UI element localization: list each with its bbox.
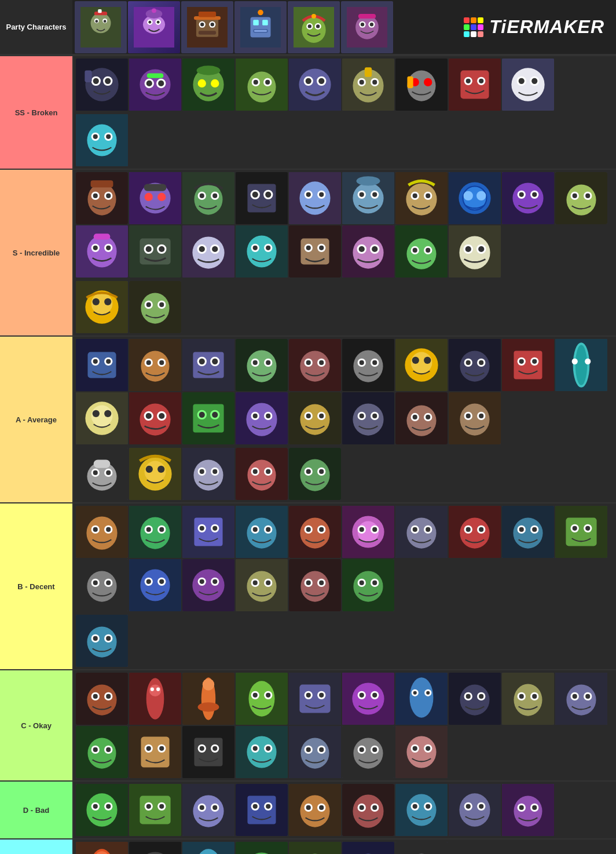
svg-point-613 xyxy=(514,795,542,826)
svg-rect-643 xyxy=(289,842,341,854)
tiermaker-text: TiERMAKER xyxy=(489,16,604,38)
svg-point-351 xyxy=(247,459,276,490)
svg-point-330 xyxy=(466,414,471,418)
svg-point-464 xyxy=(106,636,111,641)
svg-rect-7 xyxy=(98,9,101,12)
svg-point-135 xyxy=(306,192,311,197)
character-svg xyxy=(134,7,174,48)
svg-point-496 xyxy=(360,693,364,698)
tier-row-f: F - Almost Unplayable xyxy=(0,838,616,854)
svg-point-568 xyxy=(93,804,98,809)
svg-point-20 xyxy=(200,23,204,26)
svg-point-607 xyxy=(459,793,490,826)
svg-point-532 xyxy=(146,746,151,751)
char-cell xyxy=(502,673,554,725)
char-cell xyxy=(395,225,448,278)
svg-point-348 xyxy=(200,469,204,474)
tier-label-c: C - Okay xyxy=(0,670,72,780)
svg-point-76 xyxy=(318,78,324,84)
char-cell xyxy=(395,842,448,854)
svg-point-231 xyxy=(93,359,98,364)
svg-rect-27 xyxy=(253,20,259,25)
character-svg xyxy=(80,7,121,48)
tm-dot xyxy=(478,31,483,37)
svg-point-191 xyxy=(266,246,270,250)
char-cell xyxy=(129,392,181,444)
svg-point-13 xyxy=(157,20,160,23)
svg-point-21 xyxy=(211,23,214,26)
char-cell xyxy=(182,339,234,391)
char-cell xyxy=(555,506,607,558)
svg-point-171 xyxy=(93,246,98,250)
svg-point-416 xyxy=(532,527,537,532)
svg-point-598 xyxy=(360,805,364,810)
svg-point-580 xyxy=(200,805,204,810)
char-cell xyxy=(555,339,607,391)
svg-point-181 xyxy=(192,236,224,268)
svg-point-415 xyxy=(519,527,524,532)
svg-point-184 xyxy=(199,246,205,252)
svg-point-99 xyxy=(519,78,525,84)
char-cell xyxy=(129,784,181,836)
svg-point-466 xyxy=(87,684,116,715)
character-svg xyxy=(240,7,281,48)
char-cell xyxy=(75,1,127,53)
svg-point-384 xyxy=(253,527,258,532)
svg-point-520 xyxy=(573,694,577,699)
svg-rect-338 xyxy=(94,459,111,468)
svg-point-15 xyxy=(152,8,156,13)
svg-point-64 xyxy=(197,65,221,75)
char-cell xyxy=(449,339,501,391)
svg-point-81 xyxy=(360,80,364,85)
svg-point-355 xyxy=(266,469,270,474)
svg-point-238 xyxy=(159,360,164,365)
svg-point-313 xyxy=(319,414,324,418)
tm-dot xyxy=(471,24,476,30)
char-cell xyxy=(129,673,181,725)
char-cell xyxy=(395,726,448,778)
svg-point-179 xyxy=(159,246,164,252)
char-cell xyxy=(236,172,288,224)
svg-point-474 xyxy=(151,688,154,691)
char-cell xyxy=(76,392,128,444)
char-cell xyxy=(449,172,501,224)
svg-point-440 xyxy=(212,579,217,584)
svg-point-142 xyxy=(372,192,377,197)
svg-point-196 xyxy=(306,246,311,250)
svg-point-295 xyxy=(159,413,164,419)
char-cell xyxy=(129,448,181,500)
svg-point-404 xyxy=(426,527,430,532)
svg-point-369 xyxy=(140,517,170,549)
svg-point-523 xyxy=(87,738,116,768)
svg-point-433 xyxy=(146,579,151,584)
svg-point-446 xyxy=(266,581,270,585)
svg-point-557 xyxy=(372,747,377,752)
char-cell xyxy=(182,673,234,725)
svg-point-187 xyxy=(247,235,276,267)
svg-point-307 xyxy=(266,414,270,418)
char-cell xyxy=(289,392,341,444)
svg-point-617 xyxy=(532,805,537,810)
svg-point-575 xyxy=(159,804,164,809)
svg-point-577 xyxy=(193,795,223,827)
svg-point-172 xyxy=(106,246,111,250)
character-svg xyxy=(187,7,228,48)
svg-point-422 xyxy=(585,526,590,531)
char-cell xyxy=(502,784,554,836)
svg-point-112 xyxy=(106,194,111,198)
svg-point-499 xyxy=(410,677,434,718)
svg-point-469 xyxy=(93,694,98,699)
svg-point-493 xyxy=(352,683,384,714)
svg-point-479 xyxy=(198,702,219,711)
svg-point-288 xyxy=(93,410,100,417)
char-cell xyxy=(234,1,287,53)
char-cell xyxy=(76,726,128,778)
svg-point-445 xyxy=(253,581,258,585)
svg-point-37 xyxy=(316,24,320,28)
char-cell xyxy=(449,506,501,558)
tier-content-b xyxy=(72,503,616,669)
tm-dot xyxy=(464,17,470,23)
svg-point-117 xyxy=(145,193,153,201)
char-cell xyxy=(502,172,554,224)
tm-dot xyxy=(471,17,476,23)
